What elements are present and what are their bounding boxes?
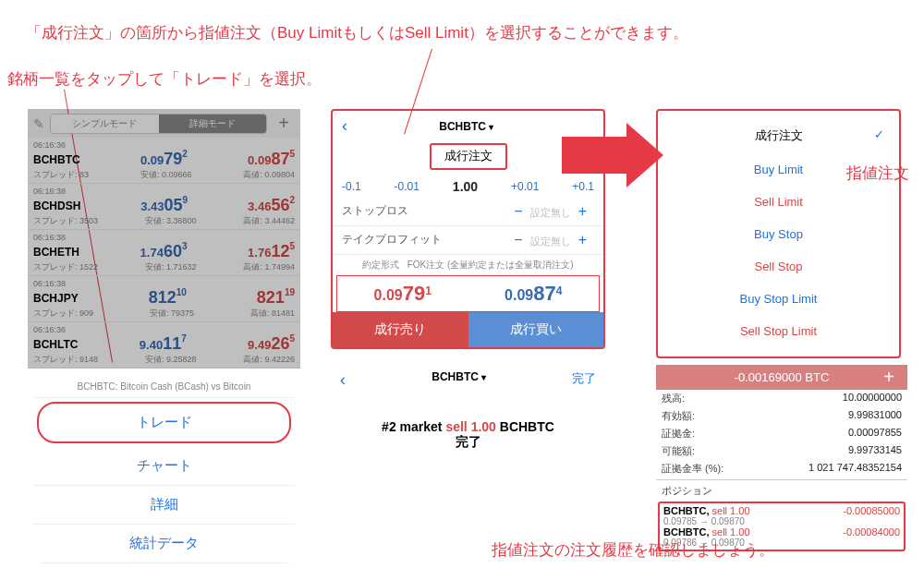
position-row[interactable]: BCHBTC, sell 1.00-0.000850000.09785 → 0.… — [663, 505, 900, 526]
sl-value: 設定無し — [530, 207, 571, 218]
otype-buy-stop-limit[interactable]: Buy Stop Limit — [658, 283, 899, 315]
new-order-icon[interactable]: + — [878, 367, 900, 388]
otype-sell-stop[interactable]: Sell Stop — [658, 250, 899, 283]
symbol-row[interactable]: 06:16:38 BCHJPY 81210 82119 スプレッド: 909安値… — [28, 276, 300, 322]
freemargin-label: 可能額: — [662, 444, 695, 458]
freemargin-value: 9.99733145 — [848, 444, 902, 458]
back-icon[interactable]: ‹ — [340, 370, 346, 390]
margin-value: 0.00097855 — [848, 427, 902, 441]
balance-value: 10.00000000 — [843, 392, 902, 405]
sl-minus[interactable]: − — [506, 203, 529, 219]
symbol-row[interactable]: 06:16:36 BCHLTC 9.40117 9.49265 スプレッド: 9… — [28, 322, 300, 369]
equity-value: 9.99831000 — [848, 409, 902, 423]
buy-price: 0.09874 — [468, 276, 600, 311]
sell-price: 0.09791 — [337, 276, 468, 311]
sl-label: ストップロス — [342, 203, 408, 220]
otype-sell-limit[interactable]: Sell Limit — [658, 186, 899, 218]
simple-mode-btn[interactable]: シンプルモード — [51, 115, 159, 133]
market-buy-button[interactable]: 成行買い — [468, 312, 604, 347]
positions-header: ポジション — [662, 484, 712, 498]
sheet-trade[interactable]: トレード — [37, 402, 291, 443]
symbol-row[interactable]: 06:16:38 BCHETH 1.74603 1.76125 スプレッド: 1… — [28, 230, 300, 276]
position-row[interactable]: BCHBTC, sell 1.00-0.000840000.09786 → 0.… — [663, 526, 900, 548]
equity-label: 有効額: — [662, 409, 695, 423]
order-result-panel: ‹ BCHBTC 完了 #2 market sell 1.00 BCHBTC 完… — [331, 365, 605, 475]
order-symbol[interactable]: BCHBTC — [439, 120, 492, 133]
edit-icon[interactable]: ✎ — [33, 116, 44, 131]
tp-plus[interactable]: + — [571, 232, 594, 248]
symbol-list[interactable]: 06:16:36 BCHBTC 0.09792 0.09875 スプレッド: 8… — [28, 138, 300, 369]
symbol-row[interactable]: 06:16:38 BCHDSH 3.43059 3.46562 スプレッド: 3… — [28, 184, 300, 230]
sheet-title: BCHBTC: Bitcoin Cash (BCash) vs Bitcoin — [33, 374, 295, 398]
symbol-list-screen: ✎ シンプルモード 詳細モード + 06:16:36 BCHBTC 0.0979… — [28, 109, 300, 580]
sl-plus[interactable]: + — [571, 203, 594, 219]
balance-label: 残高: — [662, 392, 685, 405]
sheet-cancel[interactable]: 取消 — [33, 569, 295, 580]
tp-value: 設定無し — [530, 236, 571, 247]
market-sell-button[interactable]: 成行売り — [333, 312, 468, 347]
mode-toggle[interactable]: シンプルモード 詳細モード — [50, 114, 267, 134]
back-icon[interactable]: ‹ — [342, 116, 347, 136]
account-pnl-header: -0.00169000 BTC+ — [656, 365, 907, 390]
otype-market[interactable]: 成行注文 — [658, 118, 899, 153]
margin-label: 証拠金: — [662, 427, 695, 441]
volume-value[interactable]: 1.00 — [453, 179, 478, 194]
price-row: 0.09791 0.09874 — [336, 275, 600, 312]
fill-policy: 約定形式 FOK注文 (全量約定または全量取消注文) — [333, 255, 603, 275]
add-symbol-icon[interactable]: + — [273, 113, 295, 134]
vol-inc-0.01[interactable]: +0.01 — [511, 180, 539, 193]
takeprofit-row: テイクプロフィット −設定無し+ — [333, 226, 603, 255]
result-text: #2 market sell 1.00 BCHBTC 完了 — [331, 395, 605, 475]
positions-highlight: BCHBTC, sell 1.00-0.000850000.09785 → 0.… — [658, 501, 906, 551]
tp-label: テイクプロフィット — [342, 232, 442, 248]
result-symbol: BCHBTC — [432, 370, 485, 390]
symbol-row[interactable]: 06:16:36 BCHBTC 0.09792 0.09875 スプレッド: 8… — [28, 138, 300, 184]
tp-minus[interactable]: − — [506, 232, 529, 248]
order-type-menu: 成行注文 Buy Limit Sell Limit Buy Stop Sell … — [656, 109, 901, 358]
order-type-selector[interactable]: 成行注文 — [430, 143, 507, 170]
sheet-chart[interactable]: チャート — [33, 447, 295, 486]
vol-dec-0.1[interactable]: -0.1 — [342, 180, 361, 193]
annotation-top-2: 銘柄一覧をタップして「トレード」を選択。 — [7, 68, 322, 90]
action-sheet: BCHBTC: Bitcoin Cash (BCash) vs Bitcoin … — [33, 374, 295, 563]
otype-sell-stop-limit[interactable]: Sell Stop Limit — [658, 315, 899, 347]
sheet-detail[interactable]: 詳細 — [33, 486, 295, 525]
otype-buy-stop[interactable]: Buy Stop — [658, 218, 899, 250]
annotation-top-1: 「成行注文」の箇所から指値注文（Buy LimitもしくはSell Limit）… — [26, 22, 688, 43]
sheet-stats[interactable]: 統計データ — [33, 525, 295, 563]
stoploss-row: ストップロス −設定無し+ — [333, 198, 603, 226]
marginlevel-value: 1 021 747.48352154 — [808, 462, 902, 476]
detail-mode-btn[interactable]: 詳細モード — [159, 115, 267, 133]
vol-inc-0.1[interactable]: +0.1 — [572, 180, 594, 193]
marginlevel-label: 証拠金率 (%): — [662, 462, 723, 476]
done-link[interactable]: 完了 — [572, 370, 596, 390]
annotation-side: 指値注文 — [846, 163, 909, 184]
trade-account-panel: -0.00169000 BTC+ 残高:10.00000000 有効額:9.99… — [656, 365, 907, 553]
vol-dec-0.01[interactable]: -0.01 — [395, 180, 419, 193]
